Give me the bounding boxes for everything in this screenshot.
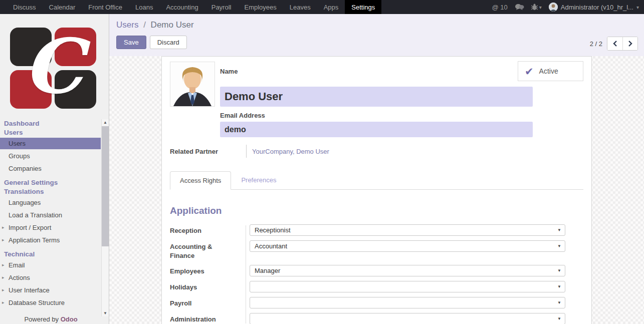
administration-label: Administration xyxy=(170,313,246,324)
sidebar-item-load-translation[interactable]: Load a Translation xyxy=(0,209,101,221)
sidebar-header-users[interactable]: Users xyxy=(0,128,101,137)
sidebar-item-label: Database Structure xyxy=(9,299,65,306)
menu-employees[interactable]: Employees xyxy=(238,0,283,14)
accounting-finance-select-value: Accountant xyxy=(255,242,287,250)
expand-caret-icon: ▸ xyxy=(2,284,5,296)
debug-menu[interactable]: ▾ xyxy=(531,4,542,11)
menu-apps[interactable]: Apps xyxy=(317,0,345,14)
breadcrumb: Users / Demo User xyxy=(116,20,644,30)
menu-settings[interactable]: Settings xyxy=(345,0,381,14)
sidebar-item-actions[interactable]: ▸ Actions xyxy=(0,271,101,284)
powered-by-odoo: Powered by Odoo xyxy=(0,315,102,323)
control-panel: Users / Demo User Save Discard 2 / 2 xyxy=(109,14,644,56)
user-form-sheet: Name Demo User Email Address demo ✔ Acti… xyxy=(161,56,592,324)
payroll-select[interactable]: ▼ xyxy=(250,297,565,308)
employees-select-value: Manager xyxy=(255,267,280,274)
reception-label: Reception xyxy=(170,224,246,235)
accounting-finance-label: Accounting & Finance xyxy=(170,240,246,260)
holidays-select[interactable]: ▼ xyxy=(250,281,565,292)
scrollbar-thumb[interactable] xyxy=(102,126,109,246)
sidebar-item-users[interactable]: Users xyxy=(0,138,101,149)
email-input[interactable]: demo xyxy=(220,122,533,137)
expand-caret-icon: ▸ xyxy=(2,296,5,309)
odoo-brand-link[interactable]: Odoo xyxy=(61,315,78,323)
sidebar-item-label: Email xyxy=(9,261,25,269)
reception-select[interactable]: Receptionist ▼ xyxy=(250,224,565,236)
mention-counter[interactable]: @ 10 xyxy=(492,4,507,11)
scroll-down-icon[interactable]: ▼ xyxy=(102,310,109,316)
label-separator xyxy=(246,145,247,158)
form-view-background: Name Demo User Email Address demo ✔ Acti… xyxy=(109,56,644,324)
sidebar-item-label: Application Terms xyxy=(9,236,60,244)
employees-select[interactable]: Manager ▼ xyxy=(250,265,565,276)
menu-front-office[interactable]: Front Office xyxy=(82,0,129,14)
user-menu[interactable]: Administrator (v10_hr_l... ▾ xyxy=(549,3,639,12)
breadcrumb-current: Demo User xyxy=(151,20,194,30)
reception-select-value: Receptionist xyxy=(255,226,291,234)
sidebar-item-email[interactable]: ▸ Email xyxy=(0,259,101,271)
menu-payroll[interactable]: Payroll xyxy=(205,0,238,14)
user-photo[interactable] xyxy=(170,62,215,107)
tab-preferences[interactable]: Preferences xyxy=(232,171,286,189)
menu-calendar[interactable]: Calendar xyxy=(43,0,82,14)
expand-caret-icon: ▸ xyxy=(2,271,5,284)
sidebar-scrollbar[interactable]: ▲ ▼ xyxy=(101,119,109,316)
menu-leaves[interactable]: Leaves xyxy=(283,0,317,14)
sidebar-header-dashboard[interactable]: Dashboard xyxy=(0,119,101,128)
user-menu-caret-icon: ▾ xyxy=(636,5,639,10)
sidebar-header-technical[interactable]: Technical xyxy=(0,250,101,259)
sidebar-item-companies[interactable]: Companies xyxy=(0,162,101,175)
user-name-label: Administrator (v10_hr_l... xyxy=(561,4,633,11)
sidebar-item-user-interface[interactable]: ▸ User Interface xyxy=(0,284,101,296)
tab-access-rights[interactable]: Access Rights xyxy=(170,171,231,190)
sidebar-header-general-settings[interactable]: General Settings xyxy=(0,178,101,187)
powered-by-label: Powered by xyxy=(24,315,59,323)
menu-accounting[interactable]: Accounting xyxy=(159,0,204,14)
related-partner-link[interactable]: YourCompany, Demo User xyxy=(252,148,329,155)
breadcrumb-users-link[interactable]: Users xyxy=(116,20,138,30)
sidebar-item-groups[interactable]: Groups xyxy=(0,150,101,162)
menu-loans[interactable]: Loans xyxy=(129,0,159,14)
sidebar-item-import-export[interactable]: ▸ Import / Export xyxy=(0,221,101,234)
dropdown-caret-icon: ▼ xyxy=(557,317,561,321)
related-partner-label: Related Partner xyxy=(170,148,246,155)
save-button[interactable]: Save xyxy=(116,36,146,49)
check-icon: ✔ xyxy=(525,66,534,77)
sidebar-item-application-terms[interactable]: ▸ Application Terms xyxy=(0,234,101,246)
expand-caret-icon: ▸ xyxy=(2,234,5,246)
bug-icon xyxy=(531,4,538,11)
scroll-up-icon[interactable]: ▲ xyxy=(102,119,109,126)
debug-caret-icon: ▾ xyxy=(539,5,542,10)
pager-value: 2 / 2 xyxy=(590,40,602,48)
chevron-right-icon xyxy=(628,41,632,47)
active-toggle[interactable]: ✔ Active xyxy=(518,61,583,81)
menu-discuss[interactable]: Discuss xyxy=(7,0,43,14)
email-label: Email Address xyxy=(220,112,583,119)
payroll-label: Payroll xyxy=(170,297,246,308)
chevron-left-icon xyxy=(613,41,617,47)
record-pager: 2 / 2 xyxy=(590,37,638,51)
name-input[interactable]: Demo User xyxy=(220,87,533,107)
sidebar-item-database-structure[interactable]: ▸ Database Structure xyxy=(0,296,101,309)
sidebar-item-label: Actions xyxy=(9,274,30,281)
sidebar-item-label: User Interface xyxy=(9,286,50,294)
dropdown-caret-icon: ▼ xyxy=(557,228,561,232)
sidebar-item-label: Import / Export xyxy=(9,224,51,231)
user-photo-image xyxy=(170,62,214,106)
expand-caret-icon: ▸ xyxy=(2,221,5,234)
administration-select[interactable]: ▼ xyxy=(250,313,565,324)
company-logo: C xyxy=(10,28,96,110)
messages-icon[interactable] xyxy=(515,4,524,11)
discard-button[interactable]: Discard xyxy=(150,36,187,49)
user-avatar xyxy=(549,3,558,12)
chat-bubbles-icon xyxy=(515,4,524,11)
application-section-title: Application xyxy=(170,205,583,216)
previous-record-button[interactable] xyxy=(607,37,622,50)
dropdown-caret-icon: ▼ xyxy=(557,285,561,289)
sidebar-header-translations[interactable]: Translations xyxy=(0,187,101,196)
sidebar-menu: Dashboard Users Users Groups Companies G… xyxy=(0,119,109,309)
sidebar-item-languages[interactable]: Languages xyxy=(0,196,101,209)
settings-sidebar: C Dashboard Users Users Groups Companies… xyxy=(0,14,109,324)
accounting-finance-select[interactable]: Accountant ▼ xyxy=(250,240,565,252)
next-record-button[interactable] xyxy=(622,37,637,50)
